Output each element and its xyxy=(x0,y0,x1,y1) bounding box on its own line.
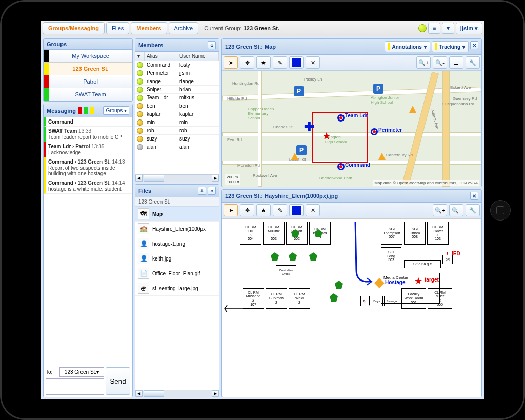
tab-archive[interactable]: Archive xyxy=(169,22,199,34)
member-row[interactable]: suzysuzy xyxy=(135,135,219,143)
current-group-label: Current Group: 123 Green St. xyxy=(204,25,279,31)
members-scrollbar[interactable]: ◀▶ xyxy=(135,174,219,182)
member-row[interactable]: kaplankaplan xyxy=(135,110,219,118)
files-collapse-button[interactable]: « xyxy=(208,187,216,195)
room: CL RMBurkman2 xyxy=(266,288,287,309)
image-close-button[interactable]: ✕ xyxy=(470,192,478,200)
tab-members[interactable]: Members xyxy=(131,22,167,34)
layout-toggle-button[interactable]: ≡ xyxy=(428,23,440,34)
img-zoom-in[interactable]: 🔍+ xyxy=(433,204,447,216)
pentagon-icon xyxy=(271,252,279,261)
groups-panel: Groups My Workspace123 Green St.PatrolSW… xyxy=(43,38,133,102)
message-item[interactable]: Team Ldr › Patrol 13:35I acknowledge xyxy=(44,142,132,157)
tracking-dropdown[interactable]: Tracking ▾ xyxy=(432,41,469,52)
img-tool-pan[interactable]: ✥ xyxy=(240,204,254,216)
image-toolbar: ➤ ✥ ★ ✎ ✕ 🔍+ 🔍- 🔧 xyxy=(222,203,481,218)
message-item[interactable]: Command › 123 Green St. 14:13Report of t… xyxy=(44,157,132,178)
room: SGIThompson507 xyxy=(381,222,402,245)
user-dropdown[interactable]: jjsim ▾ xyxy=(456,23,482,34)
compose-message-input[interactable] xyxy=(46,378,104,395)
room: CL RMWeld2 xyxy=(289,288,310,309)
img-tool-delete[interactable]: ✕ xyxy=(306,204,320,216)
group-item[interactable]: 123 Green St. xyxy=(44,63,132,75)
group-item[interactable]: SWAT Team xyxy=(44,88,132,101)
img-tool-star[interactable]: ★ xyxy=(256,204,271,216)
img-zoom-out[interactable]: 🔍- xyxy=(449,204,463,216)
message-item[interactable]: Command › 123 Green St. 14:14hostage is … xyxy=(44,178,132,194)
map-panel: 123 Green St.: Map Annotations ▾ Trackin… xyxy=(221,38,482,187)
map-canvas[interactable]: Copper Beech Elementary School Abington … xyxy=(222,71,481,187)
member-row[interactable]: rlangerlange xyxy=(135,77,219,86)
message-item[interactable]: SWAT Team 13:33Team leader report to mob… xyxy=(44,127,132,142)
img-tool-draw[interactable]: ✎ xyxy=(273,204,287,216)
map-layers[interactable]: ☰ xyxy=(449,56,463,69)
msg-color-yellow xyxy=(90,107,94,114)
files-add-button[interactable]: + xyxy=(198,187,206,195)
map-tool-draw[interactable]: ✎ xyxy=(273,56,287,69)
floorplan-canvas[interactable]: CL RMHillK004CL RMMullinixK003CL RMHycla… xyxy=(222,218,481,397)
members-collapse-button[interactable]: « xyxy=(208,41,216,49)
map-tool-pan[interactable]: ✥ xyxy=(240,56,254,69)
send-button[interactable]: Send xyxy=(106,367,130,395)
warning-ied-icon: ! xyxy=(444,250,452,257)
member-row[interactable]: alanalan xyxy=(135,143,219,151)
groups-title: Groups xyxy=(47,41,67,47)
messages-list[interactable]: CommandSWAT Team 13:33Team leader report… xyxy=(44,117,132,365)
file-row[interactable]: 🗺Map xyxy=(135,207,219,222)
group-item[interactable]: My Workspace xyxy=(44,50,132,63)
file-row[interactable]: 🏫Hayshire_Elem(1000px xyxy=(135,222,219,236)
marker-team-ldr[interactable] xyxy=(337,114,345,122)
annotations-dropdown[interactable]: Annotations ▾ xyxy=(385,41,430,52)
member-row[interactable]: Perimeterjjsim xyxy=(135,69,219,77)
file-row[interactable]: 🏟sf_seating_large.jpg xyxy=(135,281,219,296)
group-item[interactable]: Patrol xyxy=(44,75,132,88)
pentagon-icon xyxy=(335,281,343,289)
target-label: target xyxy=(425,277,439,283)
tablet-home-button[interactable] xyxy=(490,200,511,221)
room-storage2: Storage xyxy=(384,296,399,306)
map-zoom-out[interactable]: 🔍- xyxy=(433,56,447,69)
member-row[interactable]: Sniperbrian xyxy=(135,86,219,94)
compose-to-label: To: xyxy=(46,369,58,375)
room: CL RMMussano2107 xyxy=(243,288,264,309)
cone-icon xyxy=(409,106,416,113)
img-tool-pointer[interactable]: ➤ xyxy=(224,204,238,216)
map-tool-pointer[interactable]: ➤ xyxy=(224,56,238,69)
image-viewer-panel: 123 Green St.: Hayshire_Elem(1000px).jpg… xyxy=(221,189,482,397)
map-title: 123 Green St.: Map xyxy=(225,44,276,50)
map-tool-star[interactable]: ★ xyxy=(256,56,271,69)
img-tool-rect[interactable] xyxy=(289,204,304,216)
messaging-groups-dropdown[interactable]: Groups ▾ xyxy=(103,106,129,115)
status-indicator-icon xyxy=(418,24,427,32)
member-row[interactable]: Team Ldrmitkus xyxy=(135,94,219,102)
room: CL RMMiller3505 xyxy=(428,288,452,309)
img-settings[interactable]: 🔧 xyxy=(466,204,480,216)
compose-to-dropdown[interactable]: 123 Green St. ▾ xyxy=(59,367,104,377)
topbar: Groups/Messaging Files Members Archive C… xyxy=(41,21,484,36)
file-row[interactable]: 📄Office_Floor_Plan.gif xyxy=(135,266,219,281)
file-row[interactable]: 👤keith.jpg xyxy=(135,251,219,266)
messaging-title: Messaging xyxy=(47,108,76,114)
files-breadcrumb[interactable]: 123 Green St. xyxy=(135,197,219,207)
marker-perimeter[interactable] xyxy=(371,128,378,135)
layout-dropdown-button[interactable]: ▾ xyxy=(442,23,454,34)
target-star-icon: ★ xyxy=(414,275,422,287)
message-item[interactable]: Command xyxy=(44,117,132,127)
file-row[interactable]: 👤hostage-1.png xyxy=(135,236,219,251)
member-row[interactable]: benben xyxy=(135,102,219,110)
member-row[interactable]: minmin xyxy=(135,118,219,127)
room-storage: S t o r a g e xyxy=(404,260,441,268)
marker-command[interactable] xyxy=(337,163,345,170)
member-row[interactable]: Commandlosty xyxy=(135,61,219,69)
member-row[interactable]: robrob xyxy=(135,127,219,135)
files-scrollbar[interactable]: ◀▶ xyxy=(135,390,219,397)
map-tool-rect[interactable] xyxy=(289,56,304,69)
tab-files[interactable]: Files xyxy=(106,22,129,34)
hostage-label: Hostage xyxy=(385,279,405,285)
tab-groups-messaging[interactable]: Groups/Messaging xyxy=(43,22,105,34)
map-tool-delete[interactable]: ✕ xyxy=(306,56,320,69)
map-scale: 200 m 1000 ft xyxy=(225,174,240,185)
map-zoom-in[interactable]: 🔍+ xyxy=(416,56,431,69)
map-settings[interactable]: 🔧 xyxy=(466,56,480,69)
map-close-button[interactable]: ✕ xyxy=(470,41,478,49)
